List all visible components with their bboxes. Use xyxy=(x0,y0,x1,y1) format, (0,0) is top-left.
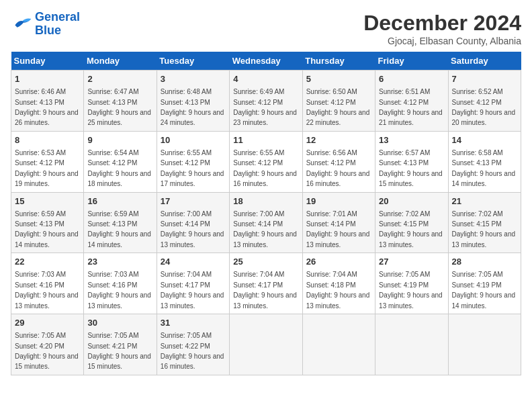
daylight-info: Daylight: 9 hours and 15 minutes. xyxy=(87,353,151,370)
calendar-cell: 16 Sunrise: 6:59 AM Sunset: 4:13 PM Dayl… xyxy=(84,192,157,253)
calendar-cell: 18 Sunrise: 7:00 AM Sunset: 4:14 PM Dayl… xyxy=(230,192,302,253)
day-number: 9 xyxy=(87,134,152,146)
sunrise-info: Sunrise: 6:56 AM xyxy=(306,149,357,156)
day-number: 10 xyxy=(161,134,226,146)
logo-icon xyxy=(11,15,32,34)
sunset-info: Sunset: 4:13 PM xyxy=(161,99,210,106)
calendar-cell: 15 Sunrise: 6:59 AM Sunset: 4:13 PM Dayl… xyxy=(11,192,84,253)
daylight-info: Daylight: 9 hours and 13 minutes. xyxy=(379,230,443,248)
calendar-cell xyxy=(302,314,375,375)
day-number: 28 xyxy=(452,256,517,268)
daylight-info: Daylight: 9 hours and 16 minutes. xyxy=(233,170,297,187)
day-number: 2 xyxy=(87,73,152,85)
daylight-info: Daylight: 9 hours and 26 minutes. xyxy=(15,109,79,126)
calendar-cell: 31 Sunrise: 7:05 AM Sunset: 4:22 PM Dayl… xyxy=(157,314,229,375)
sunrise-info: Sunrise: 6:47 AM xyxy=(87,88,138,95)
sunset-info: Sunset: 4:14 PM xyxy=(233,220,283,228)
daylight-info: Daylight: 9 hours and 21 minutes. xyxy=(379,109,443,126)
sunrise-info: Sunrise: 7:05 AM xyxy=(15,332,66,339)
day-number: 19 xyxy=(306,195,371,208)
sunset-info: Sunset: 4:21 PM xyxy=(87,342,137,350)
sunrise-info: Sunrise: 7:02 AM xyxy=(379,210,430,218)
daylight-info: Daylight: 9 hours and 15 minutes. xyxy=(379,170,443,187)
sunrise-info: Sunrise: 7:04 AM xyxy=(233,271,284,278)
calendar-cell: 24 Sunrise: 7:04 AM Sunset: 4:17 PM Dayl… xyxy=(157,253,229,314)
weekday-header-wednesday: Wednesday xyxy=(230,52,302,71)
calendar-cell: 2 Sunrise: 6:47 AM Sunset: 4:13 PM Dayli… xyxy=(84,71,157,132)
sunset-info: Sunset: 4:12 PM xyxy=(87,159,137,167)
calendar-table: SundayMondayTuesdayWednesdayThursdayFrid… xyxy=(11,52,521,375)
day-number: 31 xyxy=(161,317,226,329)
week-row-5: 29 Sunrise: 7:05 AM Sunset: 4:20 PM Dayl… xyxy=(11,314,521,375)
calendar-cell: 9 Sunrise: 6:54 AM Sunset: 4:12 PM Dayli… xyxy=(84,131,157,192)
calendar-cell: 22 Sunrise: 7:03 AM Sunset: 4:16 PM Dayl… xyxy=(11,253,84,314)
calendar-cell: 6 Sunrise: 6:51 AM Sunset: 4:12 PM Dayli… xyxy=(375,71,448,132)
sunset-info: Sunset: 4:13 PM xyxy=(379,159,429,167)
calendar-cell: 26 Sunrise: 7:04 AM Sunset: 4:18 PM Dayl… xyxy=(302,253,375,314)
daylight-info: Daylight: 9 hours and 16 minutes. xyxy=(306,170,370,187)
daylight-info: Daylight: 9 hours and 23 minutes. xyxy=(233,109,297,126)
daylight-info: Daylight: 9 hours and 19 minutes. xyxy=(15,170,79,187)
calendar-cell: 23 Sunrise: 7:03 AM Sunset: 4:16 PM Dayl… xyxy=(84,253,157,314)
sunrise-info: Sunrise: 6:51 AM xyxy=(379,88,430,95)
daylight-info: Daylight: 9 hours and 13 minutes. xyxy=(306,291,370,309)
day-number: 5 xyxy=(306,73,371,85)
sunset-info: Sunset: 4:13 PM xyxy=(87,220,137,228)
daylight-info: Daylight: 9 hours and 13 minutes. xyxy=(233,230,297,248)
daylight-info: Daylight: 9 hours and 15 minutes. xyxy=(15,353,79,370)
daylight-info: Daylight: 9 hours and 18 minutes. xyxy=(87,170,151,187)
month-title: December 2024 xyxy=(363,11,521,36)
sunset-info: Sunset: 4:16 PM xyxy=(87,281,137,289)
day-number: 16 xyxy=(87,195,152,208)
daylight-info: Daylight: 9 hours and 13 minutes. xyxy=(233,291,297,309)
daylight-info: Daylight: 9 hours and 20 minutes. xyxy=(452,109,516,126)
weekday-header-tuesday: Tuesday xyxy=(157,52,229,71)
sunrise-info: Sunrise: 7:05 AM xyxy=(452,271,503,278)
sunset-info: Sunset: 4:20 PM xyxy=(15,342,64,350)
daylight-info: Daylight: 9 hours and 14 minutes. xyxy=(452,170,516,187)
sunrise-info: Sunrise: 6:53 AM xyxy=(15,149,66,156)
day-number: 18 xyxy=(233,195,298,208)
daylight-info: Daylight: 9 hours and 13 minutes. xyxy=(452,230,516,248)
day-number: 23 xyxy=(87,256,152,268)
sunset-info: Sunset: 4:13 PM xyxy=(87,99,137,106)
calendar-cell: 14 Sunrise: 6:58 AM Sunset: 4:13 PM Dayl… xyxy=(448,131,521,192)
daylight-info: Daylight: 9 hours and 13 minutes. xyxy=(379,291,443,309)
day-number: 4 xyxy=(233,73,298,85)
sunrise-info: Sunrise: 6:50 AM xyxy=(306,88,357,95)
sunrise-info: Sunrise: 6:57 AM xyxy=(379,149,430,156)
sunset-info: Sunset: 4:19 PM xyxy=(379,281,429,289)
daylight-info: Daylight: 9 hours and 25 minutes. xyxy=(87,109,151,126)
day-number: 15 xyxy=(15,195,80,208)
day-number: 17 xyxy=(161,195,226,208)
sunrise-info: Sunrise: 6:55 AM xyxy=(233,149,284,156)
sunset-info: Sunset: 4:15 PM xyxy=(379,220,429,228)
calendar-cell xyxy=(375,314,448,375)
day-number: 26 xyxy=(306,256,371,268)
daylight-info: Daylight: 9 hours and 14 minutes. xyxy=(452,291,516,309)
daylight-info: Daylight: 9 hours and 14 minutes. xyxy=(87,230,151,248)
daylight-info: Daylight: 9 hours and 13 minutes. xyxy=(161,291,224,309)
day-number: 3 xyxy=(161,73,226,85)
calendar-cell: 21 Sunrise: 7:02 AM Sunset: 4:15 PM Dayl… xyxy=(448,192,521,253)
sunrise-info: Sunrise: 7:04 AM xyxy=(161,271,212,278)
calendar-cell: 12 Sunrise: 6:56 AM Sunset: 4:12 PM Dayl… xyxy=(302,131,375,192)
calendar-cell: 11 Sunrise: 6:55 AM Sunset: 4:12 PM Dayl… xyxy=(230,131,302,192)
sunrise-info: Sunrise: 7:05 AM xyxy=(161,332,212,339)
calendar-cell: 20 Sunrise: 7:02 AM Sunset: 4:15 PM Dayl… xyxy=(375,192,448,253)
day-number: 27 xyxy=(379,256,444,268)
weekday-header-sunday: Sunday xyxy=(11,52,84,71)
sunset-info: Sunset: 4:13 PM xyxy=(452,159,502,167)
sunrise-info: Sunrise: 7:00 AM xyxy=(161,210,212,218)
calendar-cell: 29 Sunrise: 7:05 AM Sunset: 4:20 PM Dayl… xyxy=(11,314,84,375)
sunset-info: Sunset: 4:12 PM xyxy=(233,159,283,167)
sunset-info: Sunset: 4:14 PM xyxy=(161,220,210,228)
sunset-info: Sunset: 4:12 PM xyxy=(306,159,356,167)
sunrise-info: Sunrise: 7:03 AM xyxy=(87,271,138,278)
day-number: 11 xyxy=(233,134,298,146)
sunset-info: Sunset: 4:22 PM xyxy=(161,342,210,350)
sunset-info: Sunset: 4:19 PM xyxy=(452,281,502,289)
daylight-info: Daylight: 9 hours and 17 minutes. xyxy=(161,170,224,187)
sunrise-info: Sunrise: 6:54 AM xyxy=(87,149,138,156)
sunset-info: Sunset: 4:17 PM xyxy=(233,281,283,289)
